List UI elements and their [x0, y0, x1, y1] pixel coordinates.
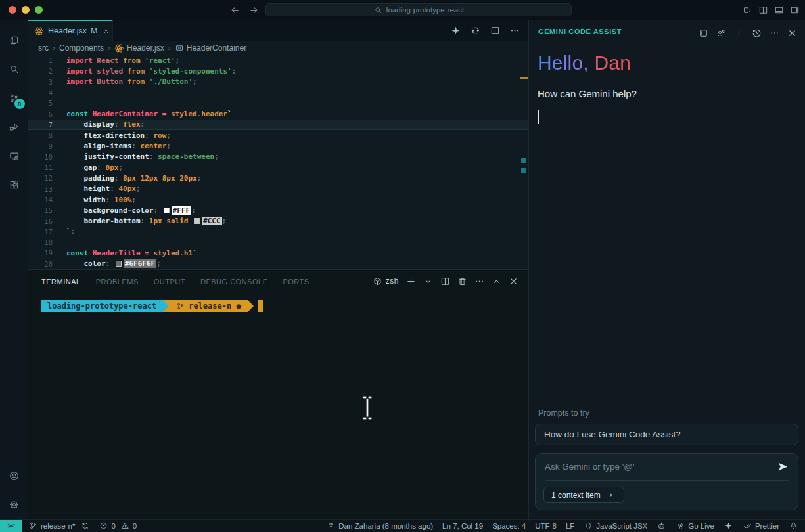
panel-tab-terminal[interactable]: TERMINAL	[41, 272, 81, 290]
open-changes-icon[interactable]	[471, 26, 480, 35]
split-editor-icon[interactable]	[440, 277, 450, 286]
split-editor-icon[interactable]	[758, 5, 768, 15]
history-icon[interactable]	[752, 28, 762, 38]
breadcrumb[interactable]: src›Components›Header.jsx›HeaderContaine…	[28, 41, 528, 55]
code-line-4[interactable]: 4	[28, 87, 528, 98]
decoration-marker	[521, 168, 526, 173]
remote-indicator[interactable]: ><	[0, 520, 22, 532]
send-icon[interactable]	[777, 461, 789, 472]
code-line-19[interactable]: 19const HeaderTitle = styled.h1`	[28, 248, 528, 258]
open-in-editor-icon[interactable]	[699, 28, 708, 38]
close-window-button[interactable]	[9, 6, 16, 14]
back-icon[interactable]	[230, 5, 240, 15]
code-line-14[interactable]: 14 width: 100%;	[28, 194, 528, 205]
add-icon[interactable]	[406, 277, 416, 286]
code-line-6[interactable]: 6const HeaderContainer = styled.header`	[28, 108, 528, 119]
activity-item-settings[interactable]	[0, 490, 28, 519]
indentation-status[interactable]: Spaces: 4	[492, 522, 526, 530]
code-line-5[interactable]: 5	[28, 98, 528, 108]
eol-status[interactable]: LF	[566, 522, 574, 530]
code-line-11[interactable]: 11 gap: 8px;	[28, 162, 528, 173]
panel-tab-ports[interactable]: PORTS	[282, 272, 310, 290]
panel-tab-output[interactable]: OUTPUT	[153, 272, 186, 290]
activity-item-run-debug[interactable]	[0, 112, 28, 141]
code-line-1[interactable]: 1import React from 'react';	[28, 55, 528, 66]
feedback-icon[interactable]	[716, 28, 726, 38]
code-line-3[interactable]: 3import Button from './Button';	[28, 77, 528, 87]
code-line-10[interactable]: 10 justify-content: space-between;	[28, 152, 528, 162]
code-editor[interactable]: 1import React from 'react';2import style…	[28, 55, 528, 269]
activity-item-source-control[interactable]: 8	[0, 83, 28, 112]
breadcrumb-item[interactable]: HeaderContainer	[175, 43, 246, 53]
copilot-icon[interactable]	[658, 521, 666, 529]
activity-item-remote-explorer[interactable]	[0, 141, 28, 170]
notifications-bell-icon[interactable]	[789, 521, 797, 529]
tab-header-jsx[interactable]: Header.jsx M	[28, 20, 113, 41]
close-icon[interactable]	[787, 28, 797, 38]
code-line-18[interactable]: 18	[28, 237, 528, 248]
breadcrumb-item[interactable]: src	[38, 43, 49, 53]
prompt-suggestion[interactable]: How do I use Gemini Code Assist?	[535, 424, 798, 445]
color-swatch[interactable]	[164, 208, 170, 213]
context-items-button[interactable]: 1 context item	[543, 487, 624, 503]
breadcrumb-item[interactable]: Components	[59, 43, 104, 53]
branch-icon	[177, 302, 185, 310]
activity-item-search[interactable]	[0, 55, 28, 83]
breadcrumb-item[interactable]: Header.jsx	[114, 43, 164, 53]
more-icon[interactable]	[770, 28, 779, 38]
problems-status[interactable]: 0 0	[99, 521, 137, 531]
color-swatch[interactable]	[194, 218, 200, 224]
activity-item-account[interactable]	[0, 461, 28, 490]
code-line-2[interactable]: 2import styled from 'styled-components';	[28, 66, 528, 76]
sidebar-right-icon[interactable]	[790, 5, 800, 15]
add-icon[interactable]	[734, 28, 744, 38]
overview-ruler	[520, 55, 528, 269]
gemini-sparkle-icon[interactable]	[451, 26, 461, 35]
close-tab-icon[interactable]	[103, 27, 110, 35]
status-bar: >< release-n* 0 0 Dan Zaharia (8 months …	[0, 519, 805, 532]
code-line-13[interactable]: 13 height: 40px;	[28, 184, 528, 194]
minimize-window-button[interactable]	[22, 6, 30, 14]
terminal[interactable]: loading-prototype-reactrelease-n ●	[28, 292, 528, 519]
forward-icon[interactable]	[249, 5, 259, 15]
more-icon[interactable]	[510, 26, 520, 35]
color-swatch[interactable]	[116, 261, 122, 267]
git-blame-status[interactable]: Dan Zaharia (8 months ago)	[326, 521, 433, 531]
code-line-15[interactable]: 15 background-color: #FFF;	[28, 205, 528, 215]
command-center-search[interactable]: loading-prototype-react	[265, 3, 572, 16]
panel-tab-problems[interactable]: PROBLEMS	[95, 272, 139, 290]
panel-tab-debug-console[interactable]: DEBUG CONSOLE	[200, 272, 268, 290]
code-line-8[interactable]: 8 flex-direction: row;	[28, 130, 528, 141]
terminal-controls: zsh	[373, 277, 528, 286]
activity-item-extensions[interactable]	[0, 170, 28, 199]
encoding-status[interactable]: UTF-8	[535, 522, 557, 530]
code-line-7[interactable]: 7 display: flex;	[28, 120, 528, 130]
more-icon[interactable]	[474, 277, 484, 286]
chevron-down-icon[interactable]	[423, 277, 433, 286]
sparkle-icon[interactable]	[724, 521, 732, 529]
code-line-9[interactable]: 9 align-items: center;	[28, 141, 528, 151]
code-line-12[interactable]: 12 padding: 8px 12px 8px 20px;	[28, 173, 528, 183]
panel-bottom-icon[interactable]	[774, 5, 784, 15]
layout-bars-icon[interactable]	[743, 5, 752, 15]
indent-guide	[97, 120, 97, 227]
split-editor-icon[interactable]	[490, 26, 500, 35]
formatter-status[interactable]: Prettier	[743, 521, 779, 531]
code-line-20[interactable]: 20 color: #6F6F6F;	[28, 259, 528, 269]
code-line-16[interactable]: 16 border-bottom: 1px solid #CCC;	[28, 215, 528, 226]
terminal-shell-chip[interactable]: zsh	[373, 277, 399, 286]
gemini-input-box[interactable]: Ask Gemini or type '@' 1 context item	[535, 453, 798, 510]
go-live-button[interactable]: Go Live	[676, 521, 714, 531]
branch-status[interactable]: release-n*	[28, 521, 90, 531]
close-icon[interactable]	[509, 277, 518, 286]
cursor-position-status[interactable]: Ln 7, Col 19	[442, 522, 483, 530]
gemini-input-placeholder[interactable]: Ask Gemini or type '@'	[545, 462, 635, 472]
activity-item-files[interactable]	[0, 26, 28, 55]
maximize-window-button[interactable]	[35, 6, 43, 14]
double-check-icon	[743, 521, 751, 529]
chevron-up-icon[interactable]	[492, 277, 501, 286]
run-debug-icon	[9, 122, 19, 132]
trash-icon[interactable]	[457, 277, 467, 286]
language-status[interactable]: JavaScript JSX	[584, 521, 647, 531]
code-line-17[interactable]: 17`;	[28, 227, 528, 237]
